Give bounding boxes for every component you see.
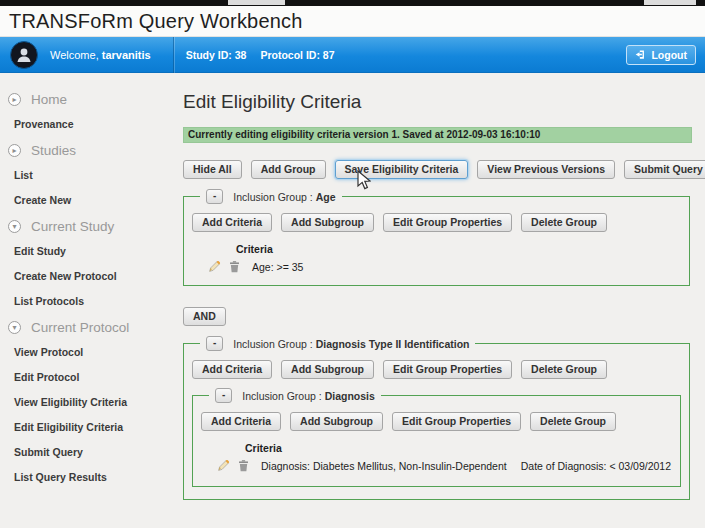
welcome-text: Welcome, tarvanitis — [50, 49, 151, 61]
page-body: ▸ Home Provenance ▸ Studies List Create … — [0, 73, 705, 528]
edit-pencil-icon[interactable] — [208, 260, 221, 273]
sidebar-item-list[interactable]: List — [0, 162, 176, 187]
collapse-group-button[interactable]: - — [215, 388, 232, 403]
chrome-tab-patch — [644, 0, 696, 5]
sidebar-section-label: Current Study — [31, 219, 114, 234]
inclusion-group-diagnosis: - Inclusion Group : Diagnosis Add Criter… — [192, 388, 681, 487]
collapse-group-button[interactable]: - — [206, 336, 223, 351]
inclusion-group-diagnosis-type-ii: - Inclusion Group : Diagnosis Type II Id… — [183, 336, 690, 500]
delete-group-button[interactable]: Delete Group — [530, 412, 616, 431]
group-name: Diagnosis — [325, 390, 375, 402]
sidebar-item-edit-eligibility-criteria[interactable]: Edit Eligibility Criteria — [0, 414, 176, 439]
and-operator-button[interactable]: AND — [183, 307, 226, 326]
group-label-prefix: Inclusion Group : — [233, 191, 312, 203]
sidebar-item-provenance[interactable]: Provenance — [0, 111, 176, 136]
divider — [173, 37, 174, 73]
chevron-down-circle-icon: ▾ — [8, 220, 21, 233]
submit-query-button[interactable]: Submit Query — [624, 160, 705, 179]
delete-trash-icon[interactable] — [228, 260, 241, 273]
edit-group-properties-button[interactable]: Edit Group Properties — [392, 412, 521, 431]
save-eligibility-criteria-button[interactable]: Save Eligibility Criteria — [335, 160, 469, 179]
add-subgroup-button[interactable]: Add Subgroup — [290, 412, 383, 431]
add-subgroup-button[interactable]: Add Subgroup — [281, 360, 374, 379]
hide-all-button[interactable]: Hide All — [183, 160, 242, 179]
sidebar-section-studies[interactable]: ▸ Studies — [0, 139, 176, 162]
status-message: Currently editing eligibility criteria v… — [183, 127, 692, 143]
criteria-header: Criteria — [245, 442, 672, 454]
group-legend: - Inclusion Group : Age — [200, 189, 342, 204]
view-previous-versions-button[interactable]: View Previous Versions — [477, 160, 615, 179]
chevron-right-circle-icon: ▸ — [8, 144, 21, 157]
protocol-id-label: Protocol ID: 87 — [260, 49, 334, 61]
sidebar-item-edit-protocol[interactable]: Edit Protocol — [0, 364, 176, 389]
sidebar-item-create-new-protocol[interactable]: Create New Protocol — [0, 263, 176, 288]
browser-chrome-strip — [0, 0, 705, 6]
sidebar: ▸ Home Provenance ▸ Studies List Create … — [0, 73, 176, 528]
avatar — [10, 41, 38, 69]
group-label-prefix: Inclusion Group : — [233, 338, 312, 350]
delete-group-button[interactable]: Delete Group — [521, 213, 607, 232]
chevron-down-circle-icon: ▾ — [8, 321, 21, 334]
main-content: Edit Eligibility Criteria Currently edit… — [176, 73, 705, 528]
delete-group-button[interactable]: Delete Group — [521, 360, 607, 379]
app-header: TRANSFoRm Query Workbench — [0, 6, 705, 37]
group-label: Inclusion Group : Age — [233, 191, 335, 203]
criterion-diagnosis: Diagnosis: Diabetes Mellitus, Non-Insuli… — [261, 460, 507, 472]
delete-trash-icon[interactable] — [237, 459, 250, 472]
exit-icon — [635, 49, 646, 60]
study-id-label: Study ID: 38 — [186, 49, 247, 61]
session-bar: Welcome, tarvanitis Study ID: 38 Protoco… — [0, 37, 705, 73]
group-legend: - Inclusion Group : Diagnosis Type II Id… — [200, 336, 475, 351]
criteria-row: Age: >= 35 — [208, 260, 681, 273]
group-name: Diagnosis Type II Identification — [316, 338, 470, 350]
add-criteria-button[interactable]: Add Criteria — [192, 213, 272, 232]
sidebar-section-label: Studies — [31, 143, 76, 158]
group-name: Age — [316, 191, 336, 203]
group-label-prefix: Inclusion Group : — [242, 390, 321, 402]
add-group-button[interactable]: Add Group — [251, 160, 326, 179]
chrome-tab-patch — [228, 0, 285, 5]
criteria-block: Criteria Age: >= 35 — [192, 243, 681, 273]
edit-group-properties-button[interactable]: Edit Group Properties — [383, 213, 512, 232]
sidebar-item-edit-study[interactable]: Edit Study — [0, 238, 176, 263]
sidebar-section-label: Home — [31, 92, 67, 107]
sidebar-item-view-protocol[interactable]: View Protocol — [0, 339, 176, 364]
username: tarvanitis — [102, 49, 151, 61]
add-subgroup-button[interactable]: Add Subgroup — [281, 213, 374, 232]
sidebar-section-home[interactable]: ▸ Home — [0, 88, 176, 111]
edit-pencil-icon[interactable] — [217, 459, 230, 472]
study-info: Study ID: 38 Protocol ID: 87 — [186, 49, 335, 61]
sidebar-item-submit-query[interactable]: Submit Query — [0, 439, 176, 464]
group-label: Inclusion Group : Diagnosis — [242, 390, 375, 402]
criterion-text: Diagnosis: Diabetes Mellitus, Non-Insuli… — [261, 460, 671, 472]
page-title: Edit Eligibility Criteria — [183, 91, 692, 113]
sidebar-item-list-protocols[interactable]: List Protocols — [0, 288, 176, 313]
group-label: Inclusion Group : Diagnosis Type II Iden… — [233, 338, 469, 350]
logout-button[interactable]: Logout — [626, 45, 696, 65]
sidebar-item-create-new[interactable]: Create New — [0, 187, 176, 212]
sidebar-section-current-protocol[interactable]: ▾ Current Protocol — [0, 316, 176, 339]
group-toolbar: Add Criteria Add Subgroup Edit Group Pro… — [192, 360, 681, 379]
sidebar-section-current-study[interactable]: ▾ Current Study — [0, 215, 176, 238]
add-criteria-button[interactable]: Add Criteria — [192, 360, 272, 379]
operator-row: AND — [183, 291, 692, 326]
criterion-text: Age: >= 35 — [252, 261, 303, 273]
criteria-row: Diagnosis: Diabetes Mellitus, Non-Insuli… — [217, 459, 672, 472]
welcome-prefix: Welcome, — [50, 49, 102, 61]
sidebar-item-list-query-results[interactable]: List Query Results — [0, 464, 176, 489]
logout-label: Logout — [651, 49, 687, 61]
person-icon — [14, 45, 34, 65]
criterion-date: Date of Diagnosis: < 03/09/2012 — [521, 460, 671, 472]
sidebar-item-view-eligibility-criteria[interactable]: View Eligibility Criteria — [0, 389, 176, 414]
main-toolbar: Hide All Add Group Save Eligibility Crit… — [183, 160, 692, 179]
sidebar-section-label: Current Protocol — [31, 320, 129, 335]
group-legend: - Inclusion Group : Diagnosis — [209, 388, 381, 403]
collapse-group-button[interactable]: - — [206, 189, 223, 204]
inclusion-group-age: - Inclusion Group : Age Add Criteria Add… — [183, 189, 690, 286]
group-toolbar: Add Criteria Add Subgroup Edit Group Pro… — [192, 213, 681, 232]
criteria-block: Criteria Diagnosis: Diabetes Mellit — [201, 442, 672, 472]
criteria-header: Criteria — [236, 243, 681, 255]
chevron-right-circle-icon: ▸ — [8, 93, 21, 106]
edit-group-properties-button[interactable]: Edit Group Properties — [383, 360, 512, 379]
add-criteria-button[interactable]: Add Criteria — [201, 412, 281, 431]
